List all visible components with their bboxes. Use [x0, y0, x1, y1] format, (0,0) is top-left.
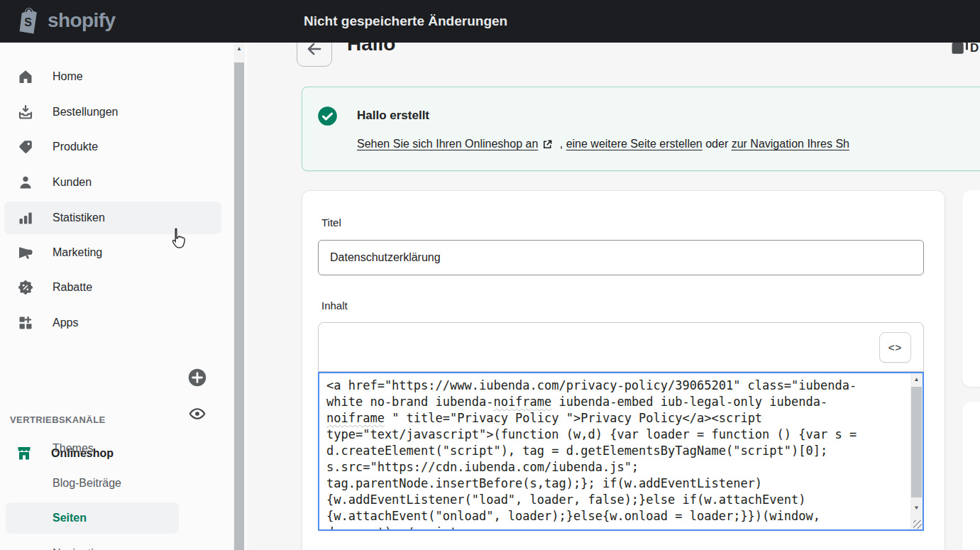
- topbar: S shopify Nicht gespeicherte Änderungen: [0, 0, 980, 43]
- success-banner: Hallo erstellt Sehen Sie sich Ihren Onli…: [302, 87, 980, 171]
- scroll-down-icon[interactable]: ▼: [910, 502, 923, 514]
- resize-grip[interactable]: [913, 520, 922, 529]
- visibility-card-partial: [962, 190, 980, 387]
- home-icon: [17, 68, 34, 85]
- sidebar-item-label: Statistiken: [53, 211, 105, 224]
- svg-text:S: S: [24, 16, 32, 28]
- sidebar-item-label: Produkte: [53, 141, 98, 153]
- editor-scrollbar-thumb[interactable]: [911, 387, 922, 497]
- sidebar-item-label: Themes: [53, 442, 94, 455]
- tag-icon: [17, 138, 34, 155]
- sidebar-item-discounts[interactable]: Rabatte: [4, 271, 221, 304]
- code-line: {w.addEventListener("load", loader, fals…: [326, 492, 903, 508]
- sidebar-item-products[interactable]: Produkte: [4, 131, 221, 163]
- sales-channels-heading: VERTRIEBSKANÄLE: [10, 414, 106, 425]
- sidebar-item-label: Home: [53, 70, 83, 83]
- sidebar-scrollbar[interactable]: ▲: [233, 43, 245, 550]
- online-store-card-partial: [962, 402, 980, 550]
- orders-icon: [17, 104, 34, 121]
- rich-text-toolbar: <>: [318, 322, 924, 372]
- sidebar-item-marketing[interactable]: Marketing: [4, 236, 221, 269]
- add-sales-channel-button[interactable]: [187, 368, 207, 387]
- sidebar-item-pages[interactable]: Seiten: [6, 502, 179, 534]
- eye-icon: [188, 405, 207, 423]
- sidebar-item-label: Seiten: [53, 512, 87, 524]
- title-field-label: Titel: [321, 216, 341, 229]
- content-field-label: Inhalt: [321, 299, 348, 312]
- scroll-up-icon[interactable]: ▲: [910, 373, 923, 385]
- sidebar-item-label: Bestellungen: [53, 106, 119, 119]
- code-line: white no-brand iubenda-noiframe iubenda-…: [326, 394, 903, 410]
- check-circle-icon: [317, 106, 338, 129]
- code-content: <a href="https://www.iubenda.com/privacy…: [326, 378, 903, 531]
- content-code-textarea[interactable]: <a href="https://www.iubenda.com/privacy…: [318, 372, 924, 531]
- sidebar-scrollbar-thumb[interactable]: [234, 62, 244, 550]
- sidebar-item-blog-posts[interactable]: Blog-Beiträge: [6, 468, 179, 499]
- code-line: document);</script>: [326, 524, 903, 531]
- sidebar-item-label: Marketing: [53, 246, 102, 259]
- code-line: {w.attachEvent("onload", loader);}else{w…: [326, 508, 903, 524]
- cursor-pointer: [167, 227, 187, 255]
- sidebar-item-apps[interactable]: Apps: [4, 307, 221, 339]
- create-another-page-link[interactable]: eine weitere Seite erstellen: [566, 138, 703, 150]
- scroll-up-icon[interactable]: ▲: [233, 43, 245, 55]
- shopify-admin-window: Home Bestellungen Produkte Kunden Statis…: [0, 0, 980, 550]
- code-line: s.src="https://cdn.iubenda.com/iubenda.j…: [326, 459, 903, 475]
- view-online-store-link[interactable]: Sehen Sie sich Ihren Onlineshop an: [357, 138, 538, 150]
- megaphone-icon: [17, 244, 34, 261]
- apps-icon: [17, 314, 34, 331]
- sidebar-item-themes[interactable]: Themes: [6, 433, 179, 464]
- customers-icon: [17, 174, 34, 191]
- sidebar-item-label: Apps: [53, 317, 78, 329]
- show-html-button[interactable]: <>: [879, 332, 911, 363]
- sidebar-item-label: Rabatte: [53, 281, 92, 294]
- editor-scrollbar[interactable]: ▲ ▼: [910, 373, 923, 529]
- code-line: <a href="https://www.iubenda.com/privacy…: [326, 378, 903, 394]
- banner-conjunction: oder: [703, 138, 732, 150]
- code-line: tag.parentNode.insertBefore(s,tag);}; if…: [326, 475, 903, 492]
- plus-circle-icon: [187, 368, 207, 387]
- sidebar-item-analytics[interactable]: Statistiken: [4, 202, 221, 234]
- analytics-icon: [17, 209, 34, 226]
- sidebar-item-label: Blog-Beiträge: [53, 477, 121, 490]
- sidebar-item-orders[interactable]: Bestellungen: [4, 96, 221, 128]
- duplicate-action-label[interactable]: D: [970, 41, 979, 55]
- sidebar-item-home[interactable]: Home: [4, 60, 221, 93]
- discount-icon: [17, 279, 34, 296]
- sidebar-item-label: Kunden: [53, 176, 92, 189]
- title-input[interactable]: [318, 240, 924, 275]
- view-online-store-button[interactable]: [187, 404, 207, 424]
- sidebar: Home Bestellungen Produkte Kunden Statis…: [0, 43, 247, 550]
- code-line: noiframe " title="Privacy Policy ">Priva…: [326, 410, 903, 427]
- banner-links: Sehen Sie sich Ihren Onlineshop an , ein…: [357, 138, 849, 150]
- code-line: d.createElement("script"), tag = d.getEl…: [326, 443, 903, 459]
- code-line: type="text/javascript">(function (w,d) {…: [326, 427, 903, 443]
- banner-separator: ,: [556, 138, 566, 150]
- add-to-navigation-link[interactable]: zur Navigation Ihres Sh: [732, 138, 849, 150]
- shopify-wordmark: shopify: [48, 9, 115, 32]
- sidebar-item-navigation[interactable]: Navigation: [6, 538, 179, 550]
- shopify-bag-icon: S: [18, 6, 41, 34]
- page-edit-card: Titel Inhalt <> <a href="https://www.iub…: [302, 190, 945, 550]
- banner-title: Hallo erstellt: [357, 109, 429, 123]
- sidebar-item-label: Navigation: [53, 547, 106, 550]
- unsaved-changes-status: Nicht gespeicherte Änderungen: [304, 0, 507, 43]
- external-link-icon: [542, 139, 553, 150]
- sidebar-item-customers[interactable]: Kunden: [4, 166, 221, 199]
- shopify-logo[interactable]: S shopify: [18, 6, 115, 34]
